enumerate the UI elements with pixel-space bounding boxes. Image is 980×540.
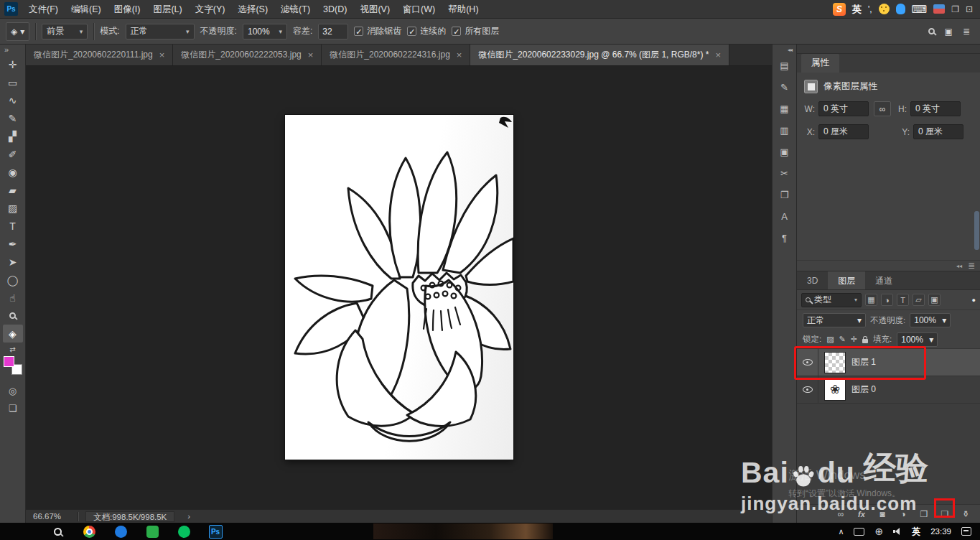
swap-colors-icon[interactable]: ⇄ [9, 345, 15, 353]
tab-3d[interactable]: 3D [797, 271, 828, 289]
layer-style-icon[interactable]: fx [856, 510, 867, 518]
foreground-color-swatch[interactable] [4, 356, 14, 367]
filter-type-layers-icon[interactable]: T [897, 294, 909, 306]
panel-menu-icon[interactable]: ≣ [963, 27, 970, 37]
menu-filter[interactable]: 滤镜(T) [274, 0, 317, 19]
taskbar-search-icon[interactable] [50, 524, 65, 539]
width-field[interactable]: 0 英寸 [818, 101, 869, 116]
lasso-tool[interactable]: ∿ [3, 91, 23, 109]
tray-expand-icon[interactable]: ∧ [838, 527, 844, 536]
contiguous-option[interactable]: 连续的 [407, 25, 446, 37]
panel-menu-icon[interactable]: ≣ [968, 261, 975, 271]
opacity-dropdown[interactable]: 100% ▾ [243, 24, 287, 39]
hand-tool[interactable]: ☝ [3, 289, 23, 307]
close-icon[interactable]: × [308, 50, 314, 60]
blue-app-icon[interactable] [113, 524, 128, 539]
lock-transparency-icon[interactable]: ▨ [826, 335, 834, 344]
crop-tool[interactable]: ▞ [3, 127, 23, 145]
volume-icon[interactable] [893, 528, 902, 535]
tab-channels[interactable]: 通道 [865, 271, 902, 289]
quick-selection-tool[interactable]: ✎ [3, 109, 23, 127]
menu-window[interactable]: 窗口(W) [396, 0, 442, 19]
dock-window-icon[interactable]: ⊡ [966, 4, 973, 14]
blend-mode-dropdown[interactable]: 正常 ▾ [126, 24, 195, 39]
filter-type-dropdown[interactable]: 类型 ▾ [801, 293, 862, 307]
layer-row-0[interactable]: ❀ 图层 0 [797, 376, 980, 404]
document-tab-2[interactable]: 微信图片_20200602222053.jpg × [173, 45, 322, 65]
internet-icon[interactable]: ⊕ [874, 526, 883, 537]
clone-source-panel-icon[interactable]: ✂ [775, 164, 794, 182]
adjustment-layer-icon[interactable]: ◑ [897, 509, 909, 519]
photoshop-taskbar-icon[interactable]: Ps [208, 524, 223, 539]
contiguous-checkbox[interactable] [407, 27, 416, 36]
marquee-tool[interactable]: ▭ [3, 73, 23, 91]
tab-layers[interactable]: 图层 [828, 271, 865, 289]
tab-properties[interactable]: 属性 [801, 54, 839, 73]
layer-name[interactable]: 图层 0 [851, 383, 876, 396]
paragraph-panel-icon[interactable]: ¶ [775, 229, 794, 246]
layer-mask-icon[interactable]: ◙ [877, 509, 888, 519]
layer-blend-mode-dropdown[interactable]: 正常 ▾ [803, 313, 866, 327]
y-field[interactable]: 0 厘米 [913, 124, 963, 139]
delete-layer-icon[interactable]: ⚱ [960, 509, 971, 519]
ime-toolbox-icon[interactable] [933, 4, 945, 14]
all-layers-option[interactable]: 所有图层 [452, 25, 499, 37]
search-icon[interactable] [928, 28, 935, 34]
x-field[interactable]: 0 厘米 [818, 124, 869, 139]
emoji-picker-icon[interactable] [879, 4, 890, 14]
wechat-icon[interactable] [177, 524, 191, 539]
character-panel-icon[interactable]: A [775, 208, 794, 225]
keyboard-icon[interactable]: ⌨ [912, 4, 928, 14]
zoom-level[interactable]: 66.67% [33, 512, 70, 521]
green-app-icon[interactable] [145, 524, 159, 539]
lock-position-icon[interactable]: ✛ [851, 335, 857, 344]
all-layers-checkbox[interactable] [452, 27, 461, 36]
menu-3d[interactable]: 3D(D) [317, 0, 353, 19]
menu-select[interactable]: 选择(S) [231, 0, 274, 19]
fill-source-dropdown[interactable]: 前景 ▾ [42, 24, 88, 39]
fill-dropdown[interactable]: 100% ▾ [897, 332, 938, 347]
height-field[interactable]: 0 英寸 [910, 101, 961, 116]
document-tab-3[interactable]: 微信图片_20200602224316.jpg × [322, 45, 470, 65]
close-icon[interactable]: × [159, 50, 165, 60]
screen-mode-button[interactable]: ❏ [9, 399, 17, 416]
pen-tool[interactable]: ✒ [3, 235, 23, 253]
quick-mask-button[interactable]: ◎ [9, 382, 17, 399]
layer-name[interactable]: 图层 1 [851, 356, 876, 368]
close-icon[interactable]: × [715, 50, 721, 60]
network-icon[interactable] [854, 528, 864, 536]
status-chevron-icon[interactable]: › [187, 512, 190, 521]
voice-input-icon[interactable] [896, 4, 905, 14]
collapse-panels-icon[interactable]: ◂◂ [783, 45, 796, 55]
filter-shape-layers-icon[interactable]: ▱ [913, 294, 925, 306]
anti-alias-checkbox[interactable] [354, 27, 363, 36]
visibility-toggle[interactable] [797, 349, 818, 376]
menu-help[interactable]: 帮助(H) [442, 0, 485, 19]
zoom-tool[interactable] [3, 307, 23, 325]
menu-image[interactable]: 图像(I) [108, 0, 147, 19]
clone-stamp-tool[interactable]: ◉ [3, 163, 23, 181]
workspace-switcher-icon[interactable]: ▣ [945, 27, 953, 37]
canvas-area[interactable] [26, 66, 772, 509]
document-canvas[interactable] [285, 115, 513, 460]
adjustments-panel-icon[interactable]: ▤ [775, 57, 794, 74]
clock[interactable]: 23:39 [930, 527, 951, 536]
new-group-icon[interactable]: ❐ [918, 509, 930, 519]
move-tool[interactable]: ✛ [3, 55, 23, 73]
input-language-indicator[interactable]: 英 [912, 526, 920, 538]
ime-punctuation-indicator[interactable]: ', [868, 4, 872, 14]
layer-thumbnail[interactable] [825, 353, 845, 373]
filter-pixel-layers-icon[interactable]: ▦ [865, 294, 877, 306]
link-dimensions-icon[interactable]: ∞ [874, 101, 891, 116]
filter-smart-objects-icon[interactable]: ▣ [928, 294, 941, 306]
type-tool[interactable]: T [3, 217, 23, 235]
menu-type[interactable]: 文字(Y) [189, 0, 232, 19]
libraries-panel-icon[interactable]: ▣ [775, 143, 794, 160]
new-layer-button[interactable]: ❏ [939, 509, 951, 519]
brush-settings-panel-icon[interactable]: ✎ [775, 78, 794, 96]
close-icon[interactable]: × [457, 50, 462, 60]
link-layers-icon[interactable]: ∞ [835, 509, 846, 519]
dock-scrollbar-thumb[interactable] [974, 211, 979, 250]
layer-opacity-dropdown[interactable]: 100% ▾ [910, 313, 951, 327]
menu-layer[interactable]: 图层(L) [146, 0, 188, 19]
